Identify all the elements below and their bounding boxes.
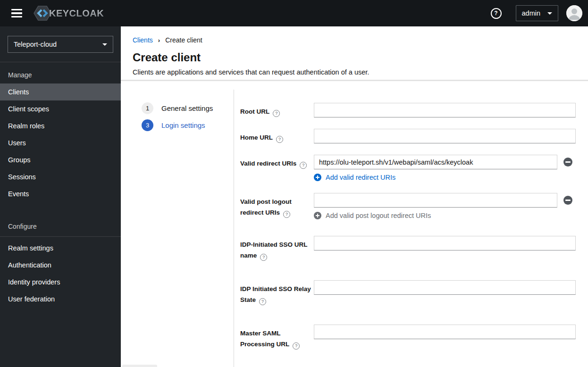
nav-toggle-button[interactable] (9, 5, 24, 22)
sidebar: Teleport-cloud ManageClientsClient scope… (0, 26, 121, 367)
root-url-label: Root URL? (240, 103, 314, 117)
field-label-text: IDP Initiated SSO Relay State (240, 285, 311, 303)
help-icon[interactable]: ? (300, 162, 307, 169)
help-icon[interactable]: ? (276, 136, 283, 143)
breadcrumb-current: Create client (165, 36, 202, 44)
master-saml-processing-url-input[interactable] (314, 325, 576, 339)
login-settings-form: Root URL?Home URL?Valid redirect URIs?Ad… (240, 103, 576, 361)
nav-section-title: Configure (0, 214, 121, 237)
realm-selector[interactable]: Teleport-cloud (8, 36, 113, 53)
remove-valid-redirect-uris-button[interactable] (563, 158, 572, 167)
add-valid-post-logout-redirect-uris-link[interactable]: Add valid post logout redirect URIs (314, 212, 431, 219)
sidebar-item-identity-providers[interactable]: Identity providers (0, 274, 121, 291)
form-row-valid-redirect-uris: Valid redirect URIs?Add valid redirect U… (240, 155, 576, 183)
add-valid-redirect-uris-link[interactable]: Add valid redirect URIs (314, 174, 395, 181)
valid-redirect-uris-label: Valid redirect URIs? (240, 155, 314, 183)
masthead: KEYCLOAK ? admin (0, 0, 588, 26)
user-silhouette-icon (566, 5, 582, 21)
input-row (314, 103, 576, 117)
form-control (314, 129, 576, 143)
nav-section-manage: ManageClientsClient scopesRealm rolesUse… (0, 62, 121, 202)
sidebar-item-authentication[interactable]: Authentication (0, 257, 121, 274)
breadcrumb: Clients › Create client (121, 26, 588, 44)
wizard-step-general-settings[interactable]: 1General settings (142, 102, 234, 114)
sidebar-item-realm-settings[interactable]: Realm settings (0, 240, 121, 257)
root-url-input[interactable] (314, 103, 576, 117)
sidebar-item-realm-roles[interactable]: Realm roles (0, 117, 121, 134)
help-icon[interactable]: ? (273, 110, 280, 117)
sidebar-item-users[interactable]: Users (0, 134, 121, 151)
form-row-home-url: Home URL? (240, 129, 576, 143)
form-control: Add valid redirect URIs (314, 155, 576, 183)
keycloak-logo[interactable]: KEYCLOAK (34, 5, 104, 21)
form-control (314, 325, 576, 350)
nav-section-configure: ConfigureRealm settingsAuthenticationIde… (0, 214, 121, 308)
help-icon[interactable]: ? (259, 298, 266, 305)
plus-circle-icon (314, 174, 321, 181)
remove-valid-post-logout-redirect-uris-button[interactable] (563, 196, 572, 205)
home-url-input[interactable] (314, 129, 576, 143)
field-label-text: IDP-Initiated SSO URL name (240, 241, 307, 259)
valid-post-logout-redirect-uris-input[interactable] (314, 193, 557, 208)
form-row-master-saml-processing-url: Master SAML Processing URL? (240, 325, 576, 350)
form-control: Add valid post logout redirect URIs (314, 193, 576, 221)
input-row (314, 193, 576, 208)
wizard-card: 1General settings3Login settings Root UR… (121, 90, 588, 367)
valid-post-logout-redirect-uris-label: Valid post logout redirect URIs? (240, 193, 314, 221)
avatar[interactable] (566, 5, 582, 21)
sidebar-item-clients[interactable]: Clients (0, 83, 121, 100)
add-link-label: Add valid redirect URIs (326, 174, 395, 181)
wizard-step-login-settings[interactable]: 3Login settings (142, 119, 234, 131)
help-icon[interactable]: ? (293, 342, 300, 350)
step-label: General settings (161, 104, 213, 112)
idp-initiated-sso-url-name-input[interactable] (314, 236, 576, 250)
plus-circle-icon (314, 212, 321, 219)
home-url-label: Home URL? (240, 129, 314, 143)
realm-name: Teleport-cloud (14, 41, 57, 48)
help-icon[interactable]: ? (260, 254, 267, 261)
idp-initiated-sso-url-name-label: IDP-Initiated SSO URL name? (240, 236, 314, 261)
sidebar-item-client-scopes[interactable]: Client scopes (0, 100, 121, 117)
input-row (314, 236, 576, 250)
form-control (314, 103, 576, 117)
help-icon[interactable]: ? (283, 211, 290, 218)
input-row (314, 155, 576, 169)
input-row (314, 129, 576, 143)
input-row (314, 280, 576, 295)
help-icon[interactable]: ? (491, 8, 502, 19)
breadcrumb-separator-icon: › (158, 37, 160, 44)
username-label: admin (522, 9, 541, 17)
footer-edge (122, 365, 157, 367)
wizard-nav: 1General settings3Login settings (121, 90, 234, 367)
page-header: Clients › Create client Create client Cl… (121, 26, 588, 81)
form-control (314, 280, 576, 305)
field-label-text: Home URL (240, 134, 273, 141)
field-label-text: Valid redirect URIs (240, 160, 296, 167)
hamburger-icon (11, 9, 22, 11)
idp-initiated-sso-relay-state-label: IDP Initiated SSO Relay State? (240, 280, 314, 305)
nav-sections: ManageClientsClient scopesRealm rolesUse… (0, 62, 121, 308)
form-row-valid-post-logout-redirect-uris: Valid post logout redirect URIs?Add vali… (240, 193, 576, 221)
step-number: 3 (142, 119, 153, 131)
step-label: Login settings (161, 121, 205, 129)
field-label-text: Master SAML Processing URL (240, 330, 289, 348)
form-row-idp-initiated-sso-url-name: IDP-Initiated SSO URL name? (240, 236, 576, 261)
form-row-root-url: Root URL? (240, 103, 576, 117)
step-number: 1 (142, 102, 153, 114)
add-link-label: Add valid post logout redirect URIs (326, 212, 431, 219)
input-row (314, 325, 576, 339)
field-label-text: Root URL (240, 108, 269, 115)
sidebar-item-user-federation[interactable]: User federation (0, 291, 121, 308)
brand-wordmark: KEYCLOAK (49, 8, 104, 19)
master-saml-processing-url-label: Master SAML Processing URL? (240, 325, 314, 350)
sidebar-item-events[interactable]: Events (0, 185, 121, 202)
form-row-idp-initiated-sso-relay-state: IDP Initiated SSO Relay State? (240, 280, 576, 305)
form-control (314, 236, 576, 261)
breadcrumb-clients-link[interactable]: Clients (133, 36, 153, 44)
nav-section-title: Manage (0, 62, 121, 83)
valid-redirect-uris-input[interactable] (314, 155, 557, 169)
sidebar-item-groups[interactable]: Groups (0, 151, 121, 168)
idp-initiated-sso-relay-state-input[interactable] (314, 280, 576, 295)
user-menu-button[interactable]: admin (516, 5, 559, 21)
sidebar-item-sessions[interactable]: Sessions (0, 168, 121, 185)
